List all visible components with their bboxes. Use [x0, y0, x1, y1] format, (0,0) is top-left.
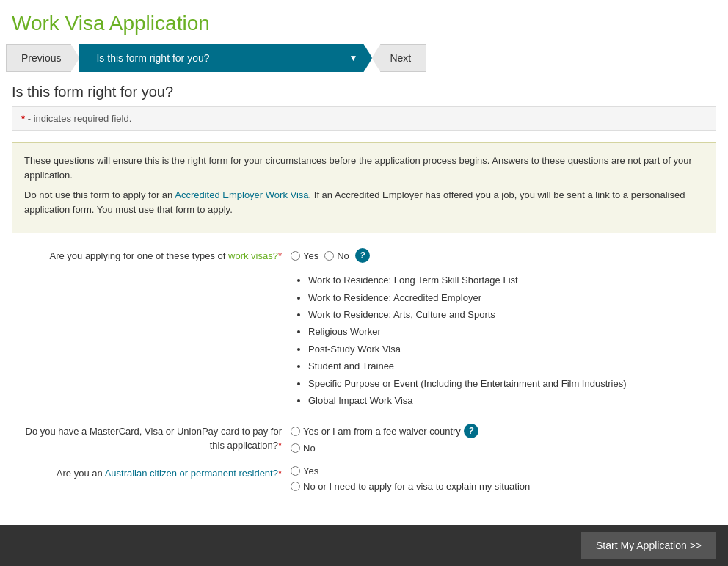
previous-button[interactable]: Previous: [6, 44, 79, 72]
visa-types-list: Work to Residence: Long Term Skill Short…: [291, 272, 716, 409]
q2-no-label: No: [303, 443, 316, 454]
question-2-text: Do you have a MasterCard, Visa or UnionP…: [26, 426, 283, 450]
list-item: Post-Study Work Visa: [308, 341, 716, 358]
q1-no-label: No: [337, 250, 349, 261]
required-note: * - indicates required field.: [12, 106, 716, 131]
question-1-asterisk: *: [278, 250, 282, 261]
question-2-row: Do you have a MasterCard, Visa or UnionP…: [12, 424, 716, 454]
question-3-label: Are you an Australian citizen or permane…: [12, 465, 291, 480]
list-item: Global Impact Work Visa: [308, 392, 716, 409]
q2-yes-option[interactable]: Yes or I am from a fee waiver country ?: [291, 424, 478, 438]
q1-no-radio[interactable]: [324, 251, 334, 261]
australian-citizen-link[interactable]: Australian citizen or permanent resident…: [105, 468, 278, 479]
q3-no-radio[interactable]: [291, 482, 300, 491]
step-dropdown[interactable]: Is this form right for you? ▼: [79, 44, 372, 72]
q2-yes-radio[interactable]: [291, 427, 300, 436]
question-2-label: Do you have a MasterCard, Visa or UnionP…: [12, 424, 291, 451]
info-prefix: Do not use this form to apply for an: [24, 189, 175, 200]
start-application-button[interactable]: Start My Application >>: [581, 532, 716, 551]
q3-yes-label: Yes: [303, 465, 318, 476]
list-item: Specific Purpose or Event (Including the…: [308, 375, 716, 392]
q1-yes-option[interactable]: Yes: [291, 250, 318, 261]
q3-no-option[interactable]: No or I need to apply for a visa to expl…: [291, 481, 530, 492]
list-item: Student and Trainee: [308, 358, 716, 374]
list-item: Work to Residence: Arts, Culture and Spo…: [308, 306, 716, 323]
question-1-section: Are you applying for one of these types …: [12, 248, 716, 409]
section-title: Is this form right for you?: [12, 84, 716, 101]
q3-yes-radio[interactable]: [291, 466, 300, 476]
q1-no-option[interactable]: No: [324, 250, 349, 261]
info-paragraph-1: These questions will ensure this is the …: [24, 153, 704, 182]
next-button[interactable]: Next: [371, 44, 426, 72]
question-1-label: Are you applying for one of these types …: [12, 248, 291, 263]
question-1-prefix: Are you applying for one of these types …: [49, 250, 228, 261]
required-note-text: - indicates required field.: [28, 113, 132, 124]
question-3-row: Are you an Australian citizen or permane…: [12, 465, 716, 492]
q3-yes-option[interactable]: Yes: [291, 465, 530, 476]
question-3-answers: Yes No or I need to apply for a visa to …: [291, 465, 530, 492]
question-3-asterisk: *: [278, 468, 282, 479]
question-1-answers: Yes No ?: [291, 248, 370, 263]
question-3-section: Are you an Australian citizen or permane…: [12, 465, 716, 492]
info-box: These questions will ensure this is the …: [12, 142, 716, 233]
step-dropdown-label: Is this form right for you?: [96, 52, 209, 64]
asterisk-symbol: *: [21, 113, 25, 124]
visa-list-section: Work to Residence: Long Term Skill Short…: [291, 272, 716, 409]
work-visas-link[interactable]: work visas?: [228, 250, 278, 261]
page-title: Work Visa Application: [0, 0, 728, 44]
q1-help-icon[interactable]: ?: [355, 248, 370, 263]
list-item: Work to Residence: Long Term Skill Short…: [308, 272, 716, 289]
accredited-employer-link[interactable]: Accredited Employer Work Visa: [175, 189, 308, 200]
q2-no-radio[interactable]: [291, 443, 300, 453]
list-item: Work to Residence: Accredited Employer: [308, 289, 716, 306]
question-1-row: Are you applying for one of these types …: [12, 248, 716, 263]
info-paragraph-2: Do not use this form to apply for an Acc…: [24, 188, 704, 217]
q1-yes-radio[interactable]: [291, 251, 300, 261]
navigation-bar: Previous Is this form right for you? ▼ N…: [0, 44, 728, 72]
q3-no-label: No or I need to apply for a visa to expl…: [303, 481, 530, 492]
question-2-asterisk: *: [278, 440, 282, 451]
q2-no-option[interactable]: No: [291, 443, 478, 454]
question-2-answers: Yes or I am from a fee waiver country ? …: [291, 424, 478, 454]
q2-help-icon[interactable]: ?: [464, 424, 478, 438]
q1-yes-label: Yes: [303, 250, 318, 261]
question-3-prefix: Are you an: [57, 468, 105, 479]
main-content: Is this form right for you? * - indicate…: [0, 84, 728, 492]
chevron-down-icon: ▼: [349, 53, 358, 63]
q2-yes-label: Yes or I am from a fee waiver country: [303, 426, 461, 437]
question-2-section: Do you have a MasterCard, Visa or UnionP…: [12, 424, 716, 454]
list-item: Religious Worker: [308, 323, 716, 340]
footer-bar: Start My Application >>: [0, 525, 728, 551]
